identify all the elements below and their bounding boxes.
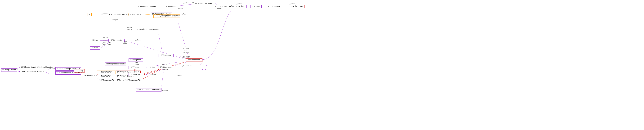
node-sfcerror[interactable]: < SFCError > (128, 13, 142, 16)
label-tracer2: _tracer (150, 66, 156, 68)
node-sfywidget[interactable]: SFYWidget (234, 5, 247, 8)
node-noderec-ptr[interactable]: < NodeRecPtr > (97, 75, 115, 78)
label-clip2: _clip (122, 43, 127, 44)
node-sfxgraphics-fontrec[interactable]: SFXGraphics::FontRec (105, 63, 126, 66)
label-child: _child (177, 74, 182, 76)
label-color2: _color (236, 3, 242, 5)
node-sfyplainframe-colorrec[interactable]: SFYPlainFrame::ColorRec (214, 5, 236, 8)
node-sfytracer[interactable]: SFYTracer (128, 66, 142, 69)
label-handler2: _handler (150, 74, 157, 75)
node-static-exception-sfcerror[interactable]: static_exception< SFCError > (154, 15, 180, 18)
label-render: render (127, 27, 132, 29)
label-frame: frame (217, 8, 222, 10)
label-virtual: _virtual (182, 48, 189, 50)
svg-line-10 (158, 29, 163, 56)
label-translate: _translate (102, 42, 111, 44)
label-distributer: _distributer (182, 65, 192, 67)
node-sfxrgbcolor[interactable]: SFXRGBColor (164, 5, 178, 8)
node-sfxrgbcolor-rgbrec[interactable]: SFXRGBColor::RGBRec (136, 5, 158, 8)
svg-line-36 (177, 7, 219, 7)
node-cacherec-ptr[interactable]: < CacheRecPtr > (97, 71, 116, 74)
node-sfyflatframe[interactable]: SFYFlatFrame (289, 5, 304, 8)
label-flag: _flag (182, 13, 186, 15)
diagram-container: _buffer _origin _size _translate _transl… (0, 0, 644, 130)
label-context: _context (182, 52, 189, 54)
label-font: _font (134, 62, 138, 63)
label-real: _real (182, 50, 186, 51)
node-sfaarray[interactable]: SFAArray (74, 69, 85, 72)
node-sfyhandler[interactable]: SFYHandler (128, 73, 142, 76)
node-sfaclusterheap-sfddebugallocator[interactable]: SFAClusterHeap< SFDDebugAllocator > (20, 66, 52, 69)
label-color1: _color (184, 2, 189, 4)
label-origin2: origin (112, 19, 118, 21)
label-size: _size (102, 40, 106, 42)
node-sfxgraphics[interactable]: SFXGraphics (128, 58, 143, 62)
label-translate2: _translate (102, 44, 111, 46)
node-sfyframe[interactable]: SFYFrame (250, 5, 262, 8)
svg-line-13 (124, 40, 189, 60)
node-sfyrenderer-contextrec[interactable]: SFYRenderer::ContextRec (136, 28, 159, 31)
node-sfaheap-alloc[interactable]: SFAHeap< Alloc > (1, 68, 17, 72)
node-sfyplainframe[interactable]: SFYPlainFrame (266, 5, 282, 8)
node-sfxrectangle[interactable]: SFXRectangle (108, 39, 124, 42)
label-shadow: _shadow (177, 8, 183, 10)
svg-line-23 (161, 69, 164, 90)
node-sfywidget-colorrec[interactable]: SFYWidget::ColorRec (194, 2, 213, 5)
label-origin: _origin (102, 37, 108, 39)
label-graphics: _graphics (182, 56, 190, 58)
node-sfydistributer[interactable]: SFYDistributer (158, 66, 175, 69)
label-dcontext: _dcontext (161, 90, 169, 91)
node-sfydistributer-contextrec[interactable]: SFYDistributer::ContextRec (136, 88, 162, 91)
label-tracer1: _tracer (161, 64, 167, 66)
node-sfyresponder-ptr[interactable]: < SFYResponderPtr > (97, 79, 118, 82)
node-sfaclusterheap-alloc[interactable]: SFAClusterHeap< Alloc > (20, 70, 46, 73)
label-update: update (127, 29, 132, 30)
label-color3: _color (290, 3, 295, 5)
node-sfxsize[interactable]: SFXSize (90, 46, 100, 50)
node-sfyrenderer[interactable]: SFYRenderer (158, 54, 174, 57)
node-static-exception-t[interactable]: static_exception< T > (108, 13, 128, 16)
node-t[interactable]: T (88, 13, 92, 16)
arrows-svg (0, 0, 644, 130)
label-global: _global (135, 39, 142, 41)
node-sfxarray-v[interactable]: SFXArray< V > (83, 74, 98, 77)
node-sfxgrid[interactable]: SFXGrid (90, 39, 100, 42)
label-cache: _cache (134, 64, 139, 66)
node-sfxarray-sfyresponder[interactable]: SFXArray< SFYResponderPtr > (116, 79, 144, 82)
node-sfyresponder[interactable]: SFYResponder (186, 58, 202, 62)
